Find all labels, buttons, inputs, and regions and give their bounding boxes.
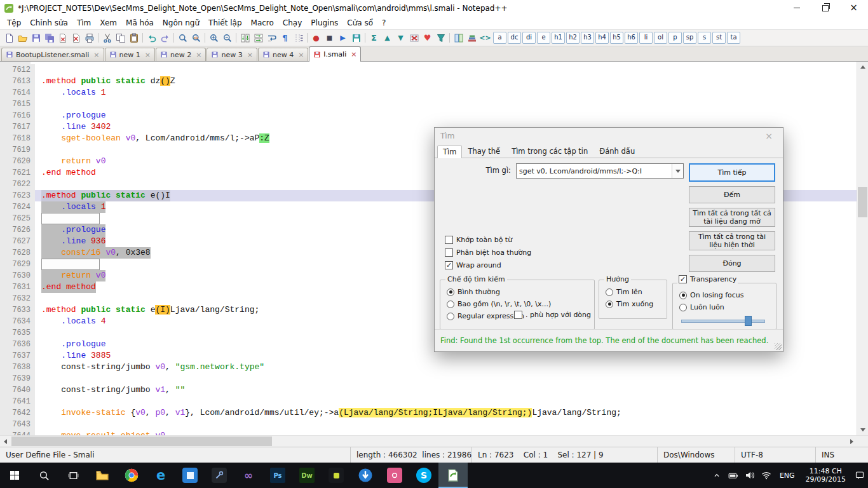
- zoom-in-icon[interactable]: [207, 31, 220, 44]
- tray-chevron-up-icon[interactable]: [709, 463, 724, 488]
- tag-button-st[interactable]: st: [712, 32, 726, 44]
- resize-grip[interactable]: [775, 343, 782, 350]
- tag-button-ta[interactable]: ta: [727, 32, 740, 44]
- tag-button-h2[interactable]: h2: [566, 32, 580, 44]
- tab-new-2[interactable]: new 2×: [156, 48, 206, 61]
- tag-button-ol[interactable]: ol: [654, 32, 667, 44]
- redo-icon[interactable]: [158, 31, 172, 44]
- code-line[interactable]: 7614 .locals 1: [0, 87, 857, 98]
- code-line[interactable]: 7616 .prologue: [0, 110, 857, 121]
- find-dialog-tab-2[interactable]: Thay thế: [462, 145, 506, 158]
- sum-icon[interactable]: Σ: [367, 31, 381, 44]
- heart-icon[interactable]: ♥: [421, 31, 434, 44]
- find-dialog-tab-1[interactable]: Tìm: [437, 146, 462, 158]
- transparency-slider[interactable]: [681, 316, 765, 325]
- menu-item-5[interactable]: Mã hóa: [121, 17, 158, 29]
- pinned-app-pink-icon[interactable]: [380, 463, 409, 488]
- tag-button-dc[interactable]: dc: [508, 32, 521, 44]
- tag-button-h5[interactable]: h5: [610, 32, 623, 44]
- delete-table-icon[interactable]: [407, 31, 421, 44]
- pinned-app-blue-icon[interactable]: [175, 463, 205, 488]
- save-icon[interactable]: [29, 31, 43, 44]
- find-icon[interactable]: [176, 31, 189, 44]
- transparency-radio-1[interactable]: On losing focus: [679, 291, 744, 299]
- vertical-scrollbar[interactable]: [857, 62, 868, 435]
- save-all-icon[interactable]: [43, 31, 56, 44]
- code-line[interactable]: 7640 const-string/jumbo v1, "": [0, 384, 857, 396]
- tab-close-icon[interactable]: ×: [351, 50, 356, 58]
- menu-item-3[interactable]: Tìm: [72, 17, 95, 29]
- sort-descending-icon[interactable]: ▼: [394, 31, 407, 44]
- chevron-down-icon[interactable]: [672, 164, 683, 178]
- dreamweaver-icon[interactable]: Dw: [292, 463, 322, 488]
- scroll-up-arrow-icon[interactable]: [857, 62, 868, 72]
- menu-item-11[interactable]: Cửa sổ: [342, 17, 377, 29]
- record-macro-icon[interactable]: ●: [309, 31, 323, 44]
- download-manager-icon[interactable]: [351, 463, 380, 488]
- restore-button[interactable]: [811, 0, 839, 16]
- tab-new-4[interactable]: new 4×: [258, 48, 308, 61]
- menu-item-12[interactable]: ?: [377, 17, 390, 29]
- code-line[interactable]: 7644 move-result-object v0: [0, 430, 857, 435]
- find-dialog-tab-3[interactable]: Tìm trong các tập tin: [506, 145, 593, 158]
- file-explorer-icon[interactable]: [88, 463, 117, 488]
- code-tags-icon[interactable]: <>: [478, 31, 492, 44]
- search-term-combobox[interactable]: sget v0, Lcom/android/mms/l;->Q:I: [516, 163, 684, 179]
- tag-button-p[interactable]: p: [668, 32, 682, 44]
- menu-item-4[interactable]: Xem: [95, 17, 121, 29]
- tag-button-h4[interactable]: h4: [595, 32, 609, 44]
- tab-BootupListener.smali[interactable]: BootupListener.smali×: [1, 48, 104, 61]
- find-dialog-tab-4[interactable]: Đánh dấu: [593, 145, 641, 158]
- slider-thumb[interactable]: [745, 316, 752, 326]
- search-mode-radio-2[interactable]: Bao gồm (\n, \r, \t, \0, \x...): [447, 300, 551, 308]
- find-dialog-titlebar[interactable]: Tìm ×: [435, 128, 783, 144]
- code-line[interactable]: 7643: [0, 419, 857, 430]
- skype-icon[interactable]: S: [409, 463, 438, 488]
- horizontal-scrollbar[interactable]: [0, 435, 868, 447]
- code-line[interactable]: 7612: [0, 64, 857, 76]
- tab-close-icon[interactable]: ×: [298, 51, 304, 59]
- taskbar-clock[interactable]: 11:48 CH 29/09/2015: [800, 467, 851, 484]
- close-all-icon[interactable]: [69, 31, 83, 44]
- find-option-1[interactable]: Khớp toàn bộ từ: [445, 236, 531, 244]
- tag-button-sp[interactable]: sp: [683, 32, 696, 44]
- find-dialog-button-1[interactable]: Tìm tiếp: [689, 163, 775, 182]
- task-view-icon[interactable]: [58, 463, 88, 488]
- find-dialog-button-3[interactable]: Tìm tất cả trong tất cả tài liệu đang mở: [689, 208, 775, 227]
- transparency-radio-2[interactable]: Luôn luôn: [679, 303, 744, 311]
- close-button[interactable]: ×: [839, 0, 868, 16]
- cut-icon[interactable]: [100, 31, 114, 44]
- find-dialog-button-2[interactable]: Đếm: [689, 186, 775, 203]
- visual-studio-icon[interactable]: ∞: [234, 463, 263, 488]
- dot-matches-newline-checkbox[interactable]: . phù hợp với dòng: [514, 311, 592, 319]
- tab-new-3[interactable]: new 3×: [207, 48, 257, 61]
- zoom-out-icon[interactable]: [220, 31, 234, 44]
- slider-track[interactable]: [681, 320, 765, 323]
- books-icon[interactable]: [465, 31, 478, 44]
- vertical-scroll-thumb[interactable]: [858, 187, 867, 217]
- tag-button-h3[interactable]: h3: [581, 32, 594, 44]
- action-center-icon[interactable]: [851, 463, 868, 488]
- start-button[interactable]: [0, 463, 29, 488]
- sort-ascending-icon[interactable]: ▲: [381, 31, 394, 44]
- scroll-left-arrow-icon[interactable]: [0, 436, 11, 447]
- code-line[interactable]: 7639: [0, 373, 857, 384]
- stop-macro-icon[interactable]: ■: [323, 31, 336, 44]
- tag-button-di[interactable]: di: [522, 32, 536, 44]
- indent-guide-icon[interactable]: [292, 31, 305, 44]
- horizontal-scroll-thumb[interactable]: [11, 437, 272, 446]
- volume-icon[interactable]: [742, 463, 758, 488]
- print-icon[interactable]: [83, 31, 96, 44]
- find-dialog-button-4[interactable]: Tìm tất cả trong tài liệu hiện thời: [689, 231, 775, 250]
- tag-button-a[interactable]: a: [493, 32, 506, 44]
- menu-item-2[interactable]: Chỉnh sửa: [25, 17, 72, 29]
- tab-close-icon[interactable]: ×: [247, 51, 253, 59]
- scroll-down-arrow-icon[interactable]: [857, 424, 868, 435]
- copy-icon[interactable]: [114, 31, 127, 44]
- find-option-2[interactable]: Phân biệt hoa thường: [445, 248, 531, 257]
- tag-button-h1[interactable]: h1: [552, 32, 565, 44]
- chrome-icon[interactable]: [117, 463, 146, 488]
- language-indicator[interactable]: ENG: [775, 463, 800, 488]
- search-mode-radio-1[interactable]: Bình thường: [447, 288, 551, 296]
- tab-new-1[interactable]: new 1×: [105, 48, 155, 61]
